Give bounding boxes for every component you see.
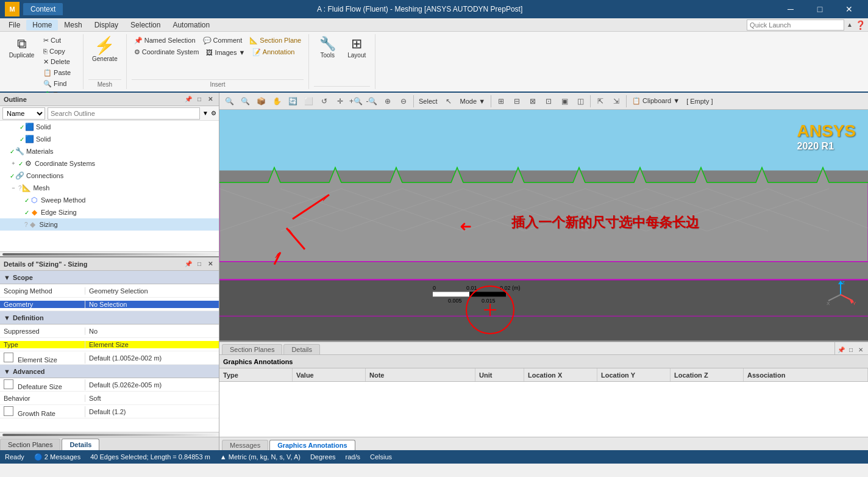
view-2-button[interactable]: ⊟ [510, 95, 524, 108]
context-tab[interactable]: Context [23, 3, 63, 15]
delete-button[interactable]: ✕ Delete [41, 57, 78, 67]
section-planes-tab-bottom[interactable]: Section Planes [222, 344, 282, 354]
outline-filter-select[interactable]: Name [2, 107, 45, 120]
details-tab[interactable]: Details [62, 439, 99, 450]
expand-button[interactable]: ⇱ [593, 95, 608, 108]
solid-2-icon: 🟦 [24, 134, 34, 144]
zoom-in2-button[interactable]: +🔍 [349, 95, 363, 108]
element-size-checkbox[interactable] [4, 353, 13, 362]
outline-search-input[interactable] [48, 107, 200, 120]
coord-system-button[interactable]: ⚙ Coordinate System [132, 47, 202, 57]
cut-button[interactable]: ✂ Cut [41, 35, 78, 46]
zoom-out2-button[interactable]: -🔍 [365, 95, 379, 108]
generate-button[interactable]: ⚡ Generate [88, 35, 121, 64]
zoom-out-button[interactable]: 🔍 [238, 95, 252, 108]
tree-connections[interactable]: ✓ 🔗 Connections [0, 170, 219, 182]
suppressed-value[interactable]: No [85, 328, 219, 335]
find-button[interactable]: 🔍 Find [41, 79, 78, 89]
ga-undock-button[interactable]: □ [846, 345, 856, 354]
zoom-3-button[interactable]: ⊕ [380, 95, 395, 108]
view-5-button[interactable]: ▣ [557, 95, 572, 108]
ga-pin-button[interactable]: 📌 [836, 345, 846, 354]
mode-dropdown[interactable]: Mode ▼ [457, 96, 488, 107]
scoping-method-value[interactable]: Geometry Selection [85, 287, 219, 295]
growth-rate-checkbox[interactable] [4, 406, 13, 416]
menu-home[interactable]: Home [26, 20, 58, 30]
paste-button[interactable]: 📋 Paste [41, 68, 78, 78]
menu-selection[interactable]: Selection [124, 20, 166, 30]
view-3-button[interactable]: ⊠ [525, 95, 540, 108]
tree-edge-sizing[interactable]: ✓ ◆ Edge Sizing [0, 206, 219, 218]
menu-automation[interactable]: Automation [166, 20, 216, 30]
select-arrow-button[interactable]: ↖ [441, 95, 456, 108]
graphics-annotations-tab[interactable]: Graphics Annotations [269, 440, 355, 450]
coord-expander[interactable]: + [10, 160, 17, 167]
type-value[interactable]: Element Size [85, 341, 219, 348]
materials-label: Materials [26, 148, 54, 155]
pan-button[interactable]: ✋ [269, 95, 284, 108]
defeature-size-checkbox[interactable] [4, 379, 13, 389]
view-6-button[interactable]: ◫ [573, 95, 588, 108]
section-plane-button[interactable]: 📐 Section Plane [247, 35, 304, 46]
growth-rate-value[interactable]: Default (1.2) [85, 408, 219, 415]
copy-button[interactable]: ⎘ Copy [41, 46, 78, 56]
section-planes-tab[interactable]: Section Planes [0, 439, 60, 450]
defeature-size-value[interactable]: Default (5.0262e-005 m) [85, 381, 219, 389]
tree-solid-1[interactable]: ✓ 🟦 Solid [0, 121, 219, 133]
tools-button[interactable]: 🔧 Tools [314, 35, 341, 60]
rotate-button[interactable]: 🔄 [285, 95, 300, 108]
view-1-button[interactable]: ⊞ [494, 95, 508, 108]
collapse-button[interactable]: ⇲ [609, 95, 624, 108]
messages-tab[interactable]: Messages [222, 440, 268, 450]
zoom-in-button[interactable]: 🔍 [222, 95, 237, 108]
box-select-button[interactable]: 📦 [254, 95, 268, 108]
menu-file[interactable]: File [2, 20, 26, 30]
geometry-label: Geometry [0, 301, 85, 308]
view-4-button[interactable]: ⊡ [541, 95, 556, 108]
named-selection-button[interactable]: 📌 Named Selection [132, 35, 198, 46]
filter-down-icon[interactable]: ▼ [202, 110, 208, 117]
comment-button[interactable]: 💬 Comment [201, 35, 245, 46]
close-button[interactable]: ✕ [835, 0, 863, 18]
details-close-button[interactable]: ✕ [205, 259, 215, 269]
filter-settings-icon[interactable]: ⚙ [211, 110, 216, 117]
details-pin-button[interactable]: 📌 [183, 259, 193, 269]
tree-mesh[interactable]: − ? 📐 Mesh [0, 182, 219, 194]
minimize-button[interactable]: ─ [777, 0, 805, 18]
menu-mesh[interactable]: Mesh [58, 20, 88, 30]
insert-row-2: ⚙ Coordinate System 🖼 Images ▼ 📝 Annotat… [132, 47, 304, 57]
canvas-area[interactable]: 0 0.01 0.02 (m) 0.005 0.015 ANSYS 2020 R… [219, 110, 868, 340]
behavior-value[interactable]: Soft [85, 395, 219, 402]
fit-button[interactable]: ⬜ [301, 95, 316, 108]
svg-line-43 [841, 295, 853, 301]
left-panel-tabs: Section Planes Details [0, 437, 219, 450]
ga-close-button[interactable]: ✕ [856, 345, 866, 354]
annotation-button[interactable]: 📝 Annotation [250, 47, 297, 57]
clipboard-dropdown[interactable]: 📋 Clipboard ▼ [629, 95, 683, 107]
outline-undock-button[interactable]: □ [194, 95, 204, 104]
duplicate-button[interactable]: ⧉ Duplicate [5, 35, 38, 60]
images-button[interactable]: 🖼 Images ▼ [204, 47, 247, 57]
mesh-expander[interactable]: − [10, 184, 17, 192]
layout-button[interactable]: ⊞ Layout [343, 35, 370, 60]
tree-coordinate-systems[interactable]: + ✓ ⚙ Coordinate Systems [0, 157, 219, 170]
outline-pin-button[interactable]: 📌 [183, 95, 193, 104]
details-tab-bottom[interactable]: Details [283, 344, 320, 354]
quick-launch-input[interactable] [747, 20, 844, 30]
help-icon[interactable]: ❓ [855, 20, 866, 30]
tree-materials[interactable]: ✓ 🔧 Materials [0, 145, 219, 157]
zoom-4-button[interactable]: ⊖ [396, 95, 411, 108]
tree-sweep-method[interactable]: ✓ ⬡ Sweep Method [0, 194, 219, 206]
element-size-value[interactable]: Default (1.0052e-002 m) [85, 354, 219, 362]
undo-button[interactable]: ↺ [317, 95, 332, 108]
layout-label: Layout [347, 52, 366, 59]
crosshair-button[interactable]: ✛ [333, 95, 347, 108]
tree-sizing[interactable]: ? ◆ Sizing [0, 218, 219, 231]
maximize-button[interactable]: □ [806, 0, 834, 18]
tree-solid-2[interactable]: ✓ 🟦 Solid [0, 133, 219, 145]
ribbon-tools-group: 🔧 Tools ⊞ Layout [309, 34, 375, 89]
details-undock-button[interactable]: □ [194, 259, 204, 269]
menu-display[interactable]: Display [88, 20, 124, 30]
outline-close-button[interactable]: ✕ [205, 95, 215, 104]
geometry-value[interactable]: No Selection [85, 301, 219, 308]
